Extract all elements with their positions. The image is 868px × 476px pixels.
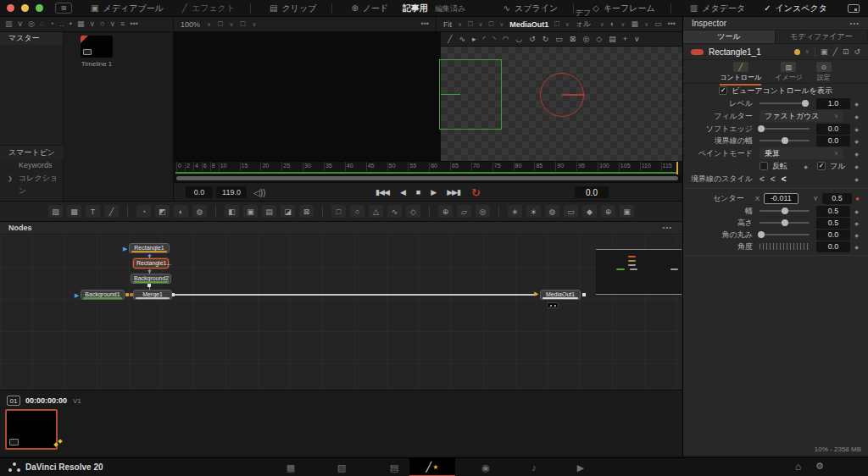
subtab-image[interactable]: ▨イメージ xyxy=(775,62,803,84)
time-ruler[interactable]: 0246810152025303540455055606570758085909… xyxy=(174,161,682,174)
paint-mode-dropdown[interactable]: 乗算∨ xyxy=(760,147,843,159)
goto-end-button[interactable]: ▶▶▮ xyxy=(447,188,460,196)
close-window-button[interactable] xyxy=(7,4,14,12)
node-color-dot[interactable] xyxy=(794,49,800,55)
current-clip-thumbnail[interactable] xyxy=(5,409,58,450)
page-color-button[interactable]: ◉ xyxy=(471,458,500,476)
grid-chevron-icon[interactable]: ∨ xyxy=(89,20,95,28)
left-viewer-zoom-dropdown[interactable]: 100% xyxy=(181,20,200,29)
metadata-toggle[interactable]: ▥メタデータ xyxy=(690,3,745,14)
lock-icon[interactable]: ⊡ xyxy=(843,47,849,56)
clips-toggle[interactable]: ▤クリップ xyxy=(270,3,316,14)
image-plane-3d-tool-icon[interactable]: ▭ xyxy=(564,205,578,218)
relink-icon[interactable]: ◎ xyxy=(28,20,35,28)
angle-thumbwheel[interactable] xyxy=(760,243,810,250)
project-manager-home-icon[interactable]: ⌂ xyxy=(795,461,801,473)
keyframe-icon[interactable]: ◆ xyxy=(850,163,863,169)
keyframe-icon[interactable]: ◆ xyxy=(850,138,863,144)
linear-icon[interactable]: ◡ xyxy=(515,36,522,43)
right-viewer-canvas[interactable] xyxy=(441,47,682,161)
border-style-smooth-icon[interactable]: < xyxy=(771,174,776,184)
level-value[interactable]: 1.0 xyxy=(816,98,850,109)
timeline-thumbnail[interactable] xyxy=(81,36,113,58)
color-picker-icon[interactable]: ╱ xyxy=(832,47,837,56)
color-keyer-tool-icon[interactable]: ◪ xyxy=(281,205,295,218)
horizontal-scrollbar[interactable] xyxy=(176,176,678,180)
border-width-value[interactable]: 0.0 xyxy=(816,136,850,147)
channel-icon[interactable]: □ xyxy=(554,20,559,28)
nodes-panel-more-icon[interactable]: ••• xyxy=(663,224,672,231)
modify-none-icon[interactable]: ◝ xyxy=(492,36,496,43)
page-edit-button[interactable]: ▤ xyxy=(380,458,409,476)
blur-tool-icon[interactable]: ◍ xyxy=(192,205,207,218)
node-graph-minimap[interactable] xyxy=(596,249,682,295)
guide-grid-icon[interactable]: ▦ xyxy=(631,20,638,28)
node-connection-main[interactable] xyxy=(174,294,537,296)
connector-square[interactable] xyxy=(582,293,586,296)
insert-modify-icon[interactable]: ◜ xyxy=(483,36,487,43)
keyframe-active-icon[interactable]: ● xyxy=(852,195,863,202)
keyframe-icon[interactable]: ◆ xyxy=(850,113,863,119)
height-slider[interactable] xyxy=(760,222,810,224)
search-chevron-icon[interactable]: ∨ xyxy=(109,20,115,28)
keyframe-icon[interactable]: ◆ xyxy=(850,151,863,157)
text-tool-icon[interactable]: T xyxy=(86,205,100,218)
page-fusion-button[interactable]: ╱★ xyxy=(409,458,455,476)
keyframe-icon[interactable]: ◆ xyxy=(850,126,863,132)
keyframes-toggle[interactable]: ◇キーフレーム xyxy=(593,3,655,14)
color-corrector-tool-icon[interactable]: ◔ xyxy=(136,205,151,218)
angle-value[interactable]: 0.0 xyxy=(816,241,850,252)
reset-icon[interactable]: ↺ xyxy=(854,47,860,56)
merge-tool-icon[interactable]: ◧ xyxy=(225,205,239,218)
fast-noise-tool-icon[interactable]: ▩ xyxy=(67,205,81,218)
sort-icon[interactable]: ≡ xyxy=(120,20,125,28)
level-slider[interactable] xyxy=(760,102,810,104)
connector-square[interactable] xyxy=(147,284,151,287)
play-button[interactable]: ▶ xyxy=(431,188,436,196)
project-settings-gear-icon[interactable]: ⚙ xyxy=(815,461,824,472)
node-rectangle1[interactable]: Rectangle1 xyxy=(129,243,170,253)
smooth-icon[interactable]: ◠ xyxy=(503,36,509,43)
fit-dropdown[interactable]: Fit xyxy=(443,20,452,29)
unlink-icon[interactable]: ◌ xyxy=(40,20,44,28)
page-cut-button[interactable]: ▧ xyxy=(327,458,356,476)
reduce-points-icon[interactable]: ↻ xyxy=(542,36,549,43)
buffer-icon[interactable]: □ xyxy=(489,20,493,28)
zoom-window-button[interactable] xyxy=(36,4,43,12)
rotation-control-handle[interactable] xyxy=(562,94,585,96)
more-icon[interactable]: ••• xyxy=(130,20,137,28)
shape-box-icon[interactable]: ▭ xyxy=(555,36,563,43)
nodes-toggle[interactable]: ⊕ノード xyxy=(351,3,388,14)
onion-skin-icon[interactable]: ▤ xyxy=(609,36,616,43)
border-style-sharp-icon[interactable]: < xyxy=(760,174,765,184)
stop-button[interactable]: ■ xyxy=(416,188,420,196)
connector-dot-yellow[interactable] xyxy=(125,293,129,296)
filter-dropdown[interactable]: ファストガウス∨ xyxy=(760,110,843,122)
viewer-area[interactable]: ╱∿▸◜◝◠◡↺↻▭⊠◎◇▤+∨ xyxy=(174,32,682,161)
right-viewer-more-icon[interactable]: ••• xyxy=(668,20,676,28)
keyframe-icon[interactable]: ◆ xyxy=(799,163,812,169)
subtab-controls[interactable]: ╱コントロール xyxy=(720,62,761,86)
cloud-icon[interactable]: ◔ xyxy=(49,20,53,28)
grid-view-icon[interactable]: ▦ xyxy=(77,20,85,28)
background-tool-icon[interactable]: ▧ xyxy=(48,205,63,218)
tab-modifiers[interactable]: モディファイアー xyxy=(776,30,868,43)
bspline-mask-tool-icon[interactable]: ∿ xyxy=(387,205,402,218)
delete-point-icon[interactable]: ⊠ xyxy=(570,36,576,43)
node-mediaout1[interactable]: MediaOut1 xyxy=(540,290,581,300)
thumb-dot-icon[interactable]: • xyxy=(70,20,72,28)
roto-assist-icon[interactable]: + xyxy=(623,36,627,43)
soft-edge-slider[interactable] xyxy=(760,128,810,130)
keyframe-icon[interactable]: ◆ xyxy=(850,232,863,238)
border-width-slider[interactable] xyxy=(760,140,810,141)
tracker-tool-icon[interactable]: ⊕ xyxy=(438,205,453,218)
page-deliver-button[interactable]: ▶ xyxy=(566,458,595,476)
viewer-controls-checkbox[interactable]: ✓ xyxy=(719,86,727,95)
center-x-field[interactable]: -0.011 xyxy=(764,193,798,204)
height-value[interactable]: 0.5 xyxy=(816,218,850,229)
merge-3d-tool-icon[interactable]: ⊕ xyxy=(601,205,615,218)
polygon-mask-tool-icon[interactable]: △ xyxy=(369,205,383,218)
search-icon[interactable]: ○ xyxy=(100,20,104,28)
width-value[interactable]: 0.5 xyxy=(816,206,850,217)
panel-chevron-icon[interactable]: ∨ xyxy=(18,20,24,28)
